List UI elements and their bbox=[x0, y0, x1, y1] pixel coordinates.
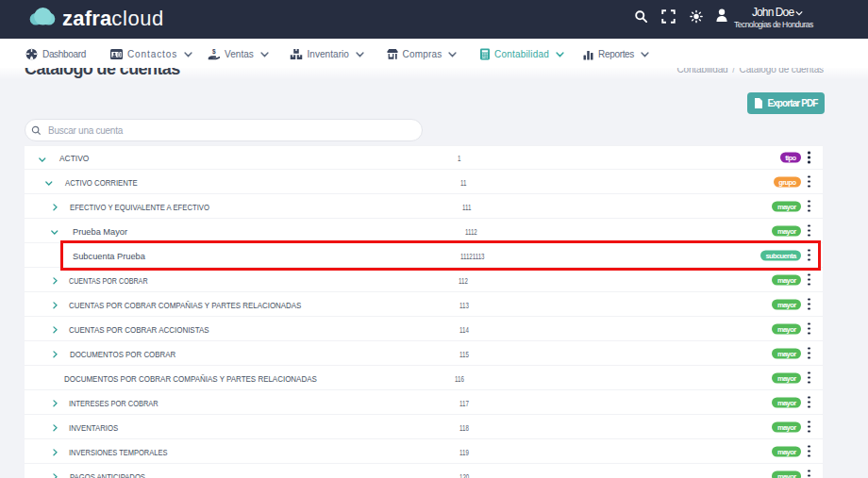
svg-text:$: $ bbox=[212, 48, 216, 56]
